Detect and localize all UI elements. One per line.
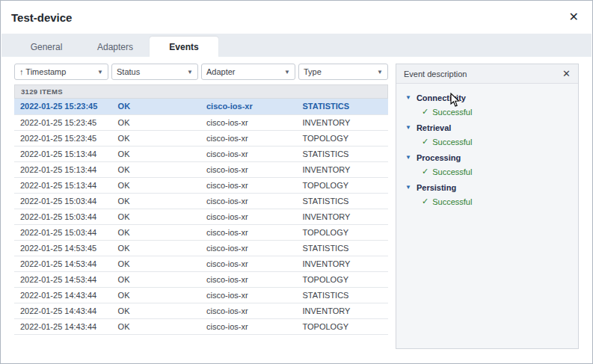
cell-adapter: cisco-ios-xr	[200, 161, 297, 177]
filter-type-label: Type	[304, 67, 322, 76]
cell-status: OK	[112, 240, 200, 256]
table-row[interactable]: 2022-01-25 15:13:44OKcisco-ios-xrTOPOLOG…	[14, 177, 388, 193]
section-status: ✓Successful	[422, 107, 569, 117]
section-toggle-processing[interactable]: ▼Processing	[405, 151, 569, 164]
section-status: ✓Successful	[422, 137, 569, 146]
table-row[interactable]: 2022-01-25 15:13:44OKcisco-ios-xrINVENTO…	[14, 161, 388, 177]
cell-adapter: cisco-ios-xr	[200, 224, 297, 240]
section-label: Connectivity	[417, 93, 466, 102]
cell-timestamp: 2022-01-25 15:13:44	[14, 146, 112, 161]
chevron-down-icon: ▼	[97, 69, 103, 75]
filter-type-dropdown[interactable]: Type▼	[298, 64, 388, 80]
cell-adapter: cisco-ios-xr	[200, 193, 297, 209]
triangle-expand-icon: ▼	[405, 185, 411, 191]
items-count-bar: 3129 ITEMS	[14, 84, 388, 99]
filter-timestamp-label: ↑ Timestamp	[19, 67, 66, 76]
filter-status-label: Status	[117, 67, 140, 76]
chevron-down-icon: ▼	[187, 69, 193, 75]
cell-type: INVENTORY	[297, 209, 388, 224]
table-row[interactable]: 2022-01-25 15:23:45OKcisco-ios-xrTOPOLOG…	[14, 130, 388, 146]
section-toggle-persisting[interactable]: ▼Persisting	[405, 181, 569, 194]
cell-type: STATISTICS	[297, 193, 388, 209]
cell-adapter: cisco-ios-xr	[200, 130, 297, 146]
cell-adapter: cisco-ios-xr	[200, 240, 297, 256]
section-label: Persisting	[417, 183, 456, 192]
cell-adapter: cisco-ios-xr	[200, 146, 297, 161]
event-description-title: Event description	[404, 70, 467, 78]
cell-adapter: cisco-ios-xr	[200, 318, 297, 334]
cell-status: OK	[112, 224, 200, 240]
section-toggle-connectivity[interactable]: ▼Connectivity	[405, 91, 569, 105]
cell-type: INVENTORY	[297, 303, 388, 318]
check-icon: ✓	[422, 167, 428, 176]
cell-adapter: cisco-ios-xr	[200, 177, 297, 193]
cell-status: OK	[112, 271, 200, 287]
cell-adapter: cisco-ios-xr	[200, 99, 297, 114]
cell-timestamp: 2022-01-25 15:13:44	[14, 177, 112, 193]
table-row[interactable]: 2022-01-25 14:43:44OKcisco-ios-xrINVENTO…	[14, 303, 388, 318]
event-section-retrieval: ▼Retrieval✓Successful	[405, 121, 569, 146]
table-row[interactable]: 2022-01-25 15:03:44OKcisco-ios-xrSTATIST…	[14, 193, 388, 209]
event-description-panel: Event description ✕ ▼Connectivity✓Succes…	[396, 64, 579, 349]
status-text: Successful	[432, 197, 472, 206]
table-row[interactable]: 2022-01-25 14:53:44OKcisco-ios-xrTOPOLOG…	[14, 271, 388, 287]
filter-adapter-label: Adapter	[206, 67, 236, 76]
cell-status: OK	[112, 130, 200, 146]
filter-status-dropdown[interactable]: Status▼	[111, 64, 198, 80]
tab-events[interactable]: Events	[150, 37, 218, 57]
filter-adapter-dropdown[interactable]: Adapter▼	[201, 64, 295, 80]
cell-type: INVENTORY	[297, 114, 388, 130]
event-section-connectivity: ▼Connectivity✓Successful	[405, 91, 569, 117]
section-status: ✓Successful	[422, 197, 569, 206]
event-description-header: Event description ✕	[396, 64, 578, 84]
section-status: ✓Successful	[422, 167, 569, 176]
triangle-expand-icon: ▼	[405, 155, 411, 161]
table-row[interactable]: 2022-01-25 15:23:45OKcisco-ios-xrINVENTO…	[14, 114, 388, 130]
events-table: 2022-01-25 15:23:45OKcisco-ios-xrSTATIST…	[14, 99, 388, 335]
section-label: Processing	[417, 153, 461, 162]
cell-type: TOPOLOGY	[297, 271, 388, 287]
tab-general[interactable]: General	[12, 37, 81, 57]
cell-adapter: cisco-ios-xr	[200, 209, 297, 224]
cell-timestamp: 2022-01-25 14:53:44	[14, 256, 112, 271]
table-row[interactable]: 2022-01-25 14:53:45OKcisco-ios-xrSTATIST…	[14, 240, 388, 256]
cell-timestamp: 2022-01-25 14:53:45	[14, 240, 112, 256]
cell-timestamp: 2022-01-25 15:23:45	[14, 99, 112, 114]
table-row[interactable]: 2022-01-25 14:53:44OKcisco-ios-xrINVENTO…	[14, 256, 388, 271]
device-dialog: Test-device ✕ GeneralAdaptersEvents ↑ Ti…	[0, 0, 593, 364]
check-icon: ✓	[422, 107, 428, 117]
triangle-expand-icon: ▼	[405, 95, 411, 101]
tab-adapters[interactable]: Adapters	[81, 37, 150, 57]
cell-status: OK	[112, 161, 200, 177]
cell-adapter: cisco-ios-xr	[200, 303, 297, 318]
table-row[interactable]: 2022-01-25 15:03:44OKcisco-ios-xrINVENTO…	[14, 209, 388, 224]
cell-type: INVENTORY	[297, 256, 388, 271]
table-row[interactable]: 2022-01-25 15:13:44OKcisco-ios-xrSTATIST…	[14, 146, 388, 161]
cell-timestamp: 2022-01-25 15:03:44	[14, 209, 112, 224]
cell-type: STATISTICS	[297, 240, 388, 256]
cell-type: TOPOLOGY	[297, 224, 388, 240]
cell-adapter: cisco-ios-xr	[200, 271, 297, 287]
table-row[interactable]: 2022-01-25 14:43:44OKcisco-ios-xrSTATIST…	[14, 287, 388, 303]
section-label: Retrieval	[417, 123, 451, 132]
cell-adapter: cisco-ios-xr	[200, 287, 297, 303]
cell-timestamp: 2022-01-25 15:13:44	[14, 161, 112, 177]
cell-timestamp: 2022-01-25 15:23:45	[14, 130, 112, 146]
event-description-close-icon[interactable]: ✕	[562, 69, 571, 78]
chevron-down-icon: ▼	[377, 69, 383, 75]
section-toggle-retrieval[interactable]: ▼Retrieval	[405, 121, 569, 135]
cell-status: OK	[112, 177, 200, 193]
cell-timestamp: 2022-01-25 15:03:44	[14, 193, 112, 209]
cell-type: INVENTORY	[297, 161, 388, 177]
dialog-close-icon[interactable]: ✕	[569, 11, 579, 23]
cell-type: STATISTICS	[297, 99, 388, 114]
table-row[interactable]: 2022-01-25 15:03:44OKcisco-ios-xrTOPOLOG…	[14, 224, 388, 240]
cell-timestamp: 2022-01-25 15:03:44	[14, 224, 112, 240]
cell-status: OK	[112, 146, 200, 161]
cell-status: OK	[112, 114, 200, 130]
tab-strip: GeneralAdaptersEvents	[1, 34, 592, 57]
table-row[interactable]: 2022-01-25 15:23:45OKcisco-ios-xrSTATIST…	[14, 99, 388, 114]
cell-type: TOPOLOGY	[297, 130, 388, 146]
table-row[interactable]: 2022-01-25 14:43:44OKcisco-ios-xrTOPOLOG…	[14, 318, 388, 334]
filter-timestamp-dropdown[interactable]: ↑ Timestamp▼	[14, 64, 108, 80]
